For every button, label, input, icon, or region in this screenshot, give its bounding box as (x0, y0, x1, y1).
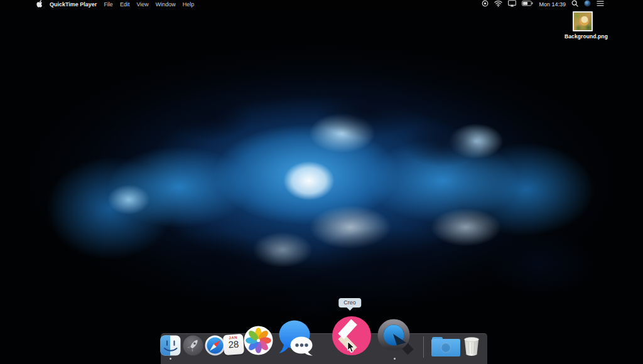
dock-item-quicktime[interactable] (375, 317, 414, 356)
battery-icon[interactable] (522, 1, 533, 8)
desktop-icon-label: Background.png (565, 33, 601, 40)
wallpaper (0, 0, 643, 364)
safari-icon (205, 335, 225, 356)
dock-item-calendar[interactable]: JAN 28 (224, 335, 244, 355)
launchpad-icon (183, 335, 203, 356)
finder-running-dot (170, 358, 171, 360)
mouse-cursor-arrow (347, 341, 355, 356)
dock-item-finder[interactable] (160, 335, 181, 356)
wifi-icon[interactable] (494, 0, 502, 8)
calendar-icon: JAN 28 (223, 334, 244, 355)
siri-icon[interactable] (584, 0, 591, 8)
screen-recording-icon[interactable] (482, 0, 489, 8)
airplay-display-icon[interactable] (508, 0, 516, 8)
menu-file[interactable]: File (104, 1, 113, 8)
messages-icon (278, 319, 313, 357)
photos-icon (244, 326, 273, 355)
apple-logo-icon[interactable] (36, 0, 43, 9)
menu-view[interactable]: View (136, 1, 148, 8)
quicktime-running-dot (394, 358, 396, 360)
dock-item-safari[interactable] (205, 335, 225, 356)
spotlight-search-icon[interactable] (571, 0, 578, 8)
trash-icon (463, 336, 480, 356)
menu-bar: QuickTime Player File Edit View Window H… (0, 0, 643, 8)
desktop: QuickTime Player File Edit View Window H… (0, 0, 643, 364)
menu-edit[interactable]: Edit (120, 1, 130, 8)
background-png-thumbnail (573, 11, 593, 31)
dock-item-trash[interactable] (463, 336, 480, 356)
notification-center-icon[interactable] (597, 1, 604, 8)
menu-bar-clock[interactable]: Mon 14:39 (539, 1, 566, 8)
dock-item-messages[interactable] (278, 319, 313, 357)
menu-bar-status: Mon 14:39 (482, 0, 604, 8)
dock-item-photos[interactable] (244, 326, 273, 355)
dock-item-launchpad[interactable] (183, 335, 203, 356)
app-menu-title[interactable]: QuickTime Player (50, 1, 97, 8)
dock-tooltip-label: Creo (343, 299, 356, 306)
dock-separator (423, 336, 424, 358)
desktop-icon-background-png[interactable]: Background.png (565, 11, 601, 40)
finder-icon (160, 335, 181, 356)
menu-help[interactable]: Help (183, 1, 195, 8)
downloads-folder-icon (431, 337, 460, 356)
menu-window[interactable]: Window (156, 1, 176, 8)
dock-item-downloads-folder[interactable] (431, 337, 460, 356)
dock-tooltip: Creo (338, 298, 361, 308)
calendar-day: 28 (223, 338, 244, 350)
menu-bar-left: QuickTime Player File Edit View Window H… (0, 0, 194, 9)
tooltip-arrow (347, 308, 353, 311)
quicktime-icon (375, 317, 414, 356)
